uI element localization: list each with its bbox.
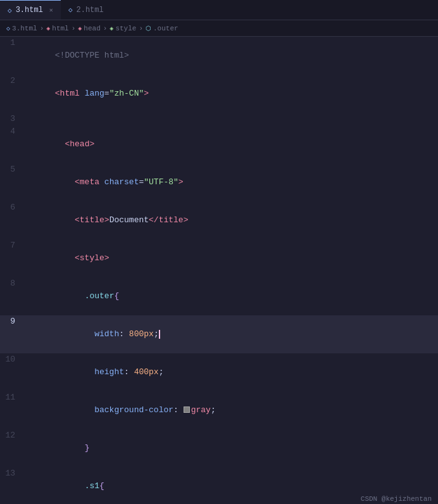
line-content-10: height: 400px;	[23, 353, 438, 391]
breadcrumb-sep-4: ›	[139, 25, 143, 32]
line-number-10: 10	[0, 353, 23, 366]
line-content-9: width: 800px;	[23, 315, 438, 353]
line-number-2: 2	[0, 75, 23, 87]
line-number-6: 6	[0, 201, 23, 214]
line-3: 3	[0, 113, 438, 125]
line-content-6: <title>Document</title>	[23, 201, 438, 239]
breadcrumb-html-tag-icon: ◈	[46, 25, 50, 32]
breadcrumb: ◇ 3.html › ◈ html › ◈ head › ◈ style › ⬡…	[0, 20, 438, 37]
breadcrumb-sep-3: ›	[103, 25, 108, 32]
line-8: 8 .outer{	[0, 277, 438, 315]
breadcrumb-head-label: head	[84, 25, 100, 32]
line-4: 4 <head>	[0, 125, 438, 163]
line-number-5: 5	[0, 163, 23, 176]
line-10: 10 height: 400px;	[0, 353, 438, 391]
tab-3html-label: 3.html	[16, 6, 43, 15]
line-content-7: <style>	[23, 239, 438, 277]
tab-3html[interactable]: ◇ 3.html ✕	[0, 0, 61, 20]
line-number-3: 3	[0, 113, 23, 125]
tab-2html-label: 2.html	[77, 6, 104, 15]
line-content-2: <html lang="zh-CN">	[23, 75, 438, 113]
line-content-12: }	[23, 429, 438, 467]
breadcrumb-item-style[interactable]: ◈ style	[110, 25, 136, 32]
breadcrumb-item-head[interactable]: ◈ head	[78, 25, 100, 32]
line-content-1: <!DOCTYPE html>	[23, 37, 438, 75]
line-9: 9 width: 800px;	[0, 315, 438, 353]
line-content-11: background-color: gray;	[23, 391, 438, 429]
line-content-8: .outer{	[23, 277, 438, 315]
line-number-9: 9	[0, 315, 23, 328]
line-number-8: 8	[0, 277, 23, 290]
color-swatch-gray	[184, 406, 190, 413]
line-1: 1 <!DOCTYPE html>	[0, 37, 438, 75]
html-file-icon-2: ◇	[68, 6, 73, 14]
line-7: 7 <style>	[0, 239, 438, 277]
line-6: 6 <title>Document</title>	[0, 201, 438, 239]
line-content-4: <head>	[23, 125, 438, 163]
footer-watermark: CSDN @kejizhentan	[354, 494, 438, 504]
html-file-icon: ◇	[8, 6, 12, 15]
breadcrumb-item-html[interactable]: ◈ html	[46, 25, 68, 32]
line-number-13: 13	[0, 467, 23, 480]
breadcrumb-outer-icon: ⬡	[146, 25, 151, 32]
footer-label: CSDN @kejizhentan	[361, 495, 432, 503]
breadcrumb-3html-label: 3.html	[12, 25, 37, 32]
breadcrumb-item-3html[interactable]: ◇ 3.html	[6, 25, 37, 32]
tab-3html-close[interactable]: ✕	[49, 6, 53, 14]
breadcrumb-outer-label: .outer	[153, 25, 178, 32]
tab-2html[interactable]: ◇ 2.html	[61, 0, 111, 20]
line-number-4: 4	[0, 125, 23, 138]
line-12: 12 }	[0, 429, 438, 467]
line-number-12: 12	[0, 429, 23, 442]
line-11: 11 background-color: gray;	[0, 391, 438, 429]
line-number-7: 7	[0, 239, 23, 252]
tab-bar: ◇ 3.html ✕ ◇ 2.html	[0, 0, 438, 20]
breadcrumb-sep-1: ›	[40, 25, 44, 32]
line-5: 5 <meta charset="UTF-8">	[0, 163, 438, 201]
breadcrumb-head-icon: ◈	[78, 25, 82, 32]
code-editor[interactable]: 1 <!DOCTYPE html> 2 <html lang="zh-CN"> …	[0, 37, 438, 504]
line-number-11: 11	[0, 391, 23, 404]
breadcrumb-style-icon: ◈	[110, 25, 113, 32]
line-number-1: 1	[0, 37, 23, 49]
line-content-5: <meta charset="UTF-8">	[23, 163, 438, 201]
breadcrumb-sep-2: ›	[72, 25, 76, 32]
line-2: 2 <html lang="zh-CN">	[0, 75, 438, 113]
breadcrumb-item-outer[interactable]: ⬡ .outer	[146, 25, 178, 32]
breadcrumb-html-label: html	[52, 25, 68, 32]
breadcrumb-style-label: style	[115, 25, 136, 32]
breadcrumb-html-icon: ◇	[6, 25, 10, 32]
